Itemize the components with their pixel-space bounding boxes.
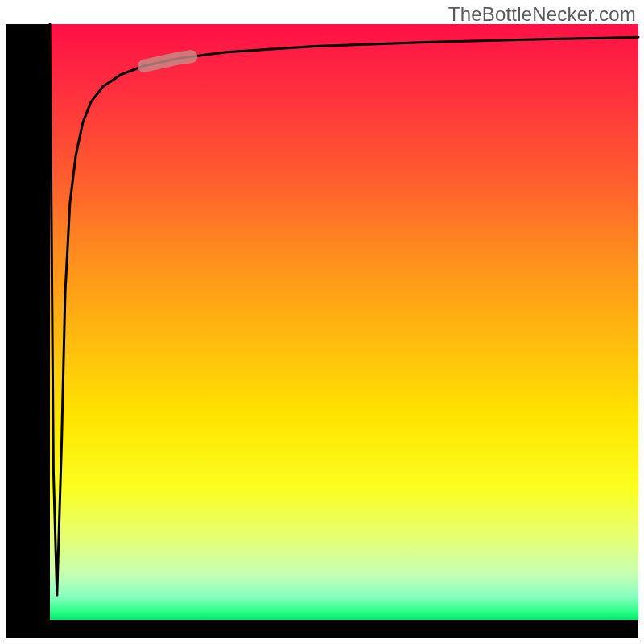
chart-container: TheBottleNecker.com <box>0 0 644 644</box>
axis-frame-bottom <box>6 620 638 638</box>
curve-svg <box>50 24 638 620</box>
plot-area <box>0 0 644 644</box>
axis-frame-left <box>6 24 50 620</box>
highlight-segment <box>144 56 191 66</box>
bottleneck-curve <box>50 24 638 596</box>
